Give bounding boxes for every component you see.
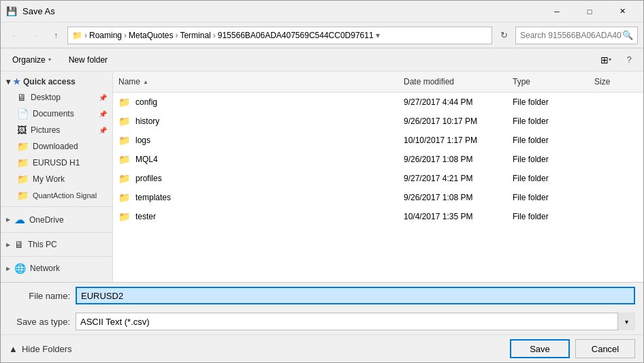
table-row[interactable]: 📁 logs 10/10/2017 1:17 PM File folder xyxy=(113,131,643,150)
documents-icon: 📄 xyxy=(17,108,29,119)
sidebar-item-documents[interactable]: 📄 Documents 📌 xyxy=(1,106,112,122)
help-button[interactable]: ? xyxy=(620,51,638,69)
sidebar-item-onedrive[interactable]: ▶ ☁ OneDrive xyxy=(1,210,112,230)
cancel-button[interactable]: Cancel xyxy=(575,339,635,358)
filename-row: File name: xyxy=(1,283,643,309)
breadcrumb-roaming[interactable]: Roaming xyxy=(89,31,122,40)
col-header-name[interactable]: Name ▲ xyxy=(113,74,398,89)
table-row[interactable]: 📁 MQL4 9/26/2017 1:08 PM File folder xyxy=(113,150,643,169)
breadcrumb-folder-icon: 📁 xyxy=(72,31,82,40)
breadcrumb[interactable]: 📁 › Roaming › MetaQuotes › Terminal › 91… xyxy=(67,27,492,44)
close-button[interactable]: ✕ xyxy=(607,1,638,22)
folder-icon: 📁 xyxy=(118,135,130,146)
quick-access-star: ★ xyxy=(13,77,20,86)
mywork-icon: 📁 xyxy=(17,174,29,185)
network-label: Network xyxy=(30,264,60,273)
refresh-button[interactable]: ↻ xyxy=(495,27,513,44)
breadcrumb-metaquotes[interactable]: MetaQuotes xyxy=(129,31,173,40)
file-name: MQL4 xyxy=(135,155,158,164)
file-date-cell: 9/26/2017 1:08 PM xyxy=(398,155,507,164)
quick-access-header[interactable]: ▾ ★ Quick access xyxy=(1,74,112,89)
table-row[interactable]: 📁 profiles 9/27/2017 4:21 PM File folder xyxy=(113,169,643,188)
col-name-label: Name xyxy=(118,77,140,86)
save-label: Save xyxy=(530,344,550,354)
sidebar-item-eurusd[interactable]: 📁 EURUSD H1 xyxy=(1,155,112,171)
breadcrumb-id[interactable]: 915566BA06ADA407569C544CC0D97611 xyxy=(218,31,374,40)
organize-button[interactable]: Organize ▾ xyxy=(6,51,57,69)
maximize-button[interactable]: □ xyxy=(574,1,605,22)
saveas-select[interactable]: ASCII Text (*.csv)CSV (*.csv)Text (*.txt… xyxy=(76,313,635,330)
back-button[interactable]: ← xyxy=(6,27,24,44)
pictures-icon: 🖼 xyxy=(17,125,27,136)
file-list-header: Name ▲ Date modified Type Size xyxy=(113,72,643,93)
table-row[interactable]: 📁 tester 10/4/2017 1:35 PM File folder xyxy=(113,207,643,226)
hide-folders-button[interactable]: ▲ Hide Folders xyxy=(9,344,72,354)
bottom-section: File name: Save as type: ASCII Text (*.c… xyxy=(1,282,643,362)
file-type-cell: File folder xyxy=(507,212,589,221)
sidebar-item-quantaction[interactable]: 📁 QuantAction Signal xyxy=(1,187,112,204)
saveas-label: Save as type: xyxy=(9,317,70,327)
eurusd-icon: 📁 xyxy=(17,157,29,168)
cancel-label: Cancel xyxy=(592,344,619,354)
filename-label: File name: xyxy=(9,291,70,301)
view-arrow: ▾ xyxy=(609,57,611,63)
quick-access-chevron: ▾ xyxy=(6,77,10,86)
new-folder-button[interactable]: New folder xyxy=(63,51,114,69)
sidebar-item-mywork[interactable]: 📁 My Work xyxy=(1,171,112,187)
desktop-icon: 🖥 xyxy=(17,92,27,103)
sidebar-item-network[interactable]: ▶ 🌐 Network xyxy=(1,259,112,277)
hide-folders-label: Hide Folders xyxy=(22,344,72,354)
sidebar-item-thispc[interactable]: ▶ 🖥 This PC xyxy=(1,236,112,253)
col-size-label: Size xyxy=(594,77,610,86)
breadcrumb-terminal[interactable]: Terminal xyxy=(180,31,210,40)
search-input[interactable] xyxy=(520,31,622,40)
thispc-label: This PC xyxy=(28,240,57,249)
organize-arrow: ▾ xyxy=(48,57,51,63)
col-header-date[interactable]: Date modified xyxy=(398,74,507,89)
thispc-chevron: ▶ xyxy=(6,242,10,248)
filename-input[interactable] xyxy=(76,287,635,304)
window-controls: ─ □ ✕ xyxy=(541,1,638,22)
save-as-dialog: 💾 Save As ─ □ ✕ ← → ↑ 📁 › Roaming › Meta… xyxy=(0,0,644,363)
toolbar: Organize ▾ New folder ⊞ ▾ ? xyxy=(1,48,643,72)
search-icon: 🔍 xyxy=(622,30,633,40)
pictures-label: Pictures xyxy=(31,125,60,135)
file-name-cell: 📁 logs xyxy=(113,135,398,146)
table-row[interactable]: 📁 history 9/26/2017 10:17 PM File folder xyxy=(113,112,643,131)
folder-icon: 📁 xyxy=(118,192,130,203)
table-row[interactable]: 📁 config 9/27/2017 4:44 PM File folder xyxy=(113,93,643,112)
file-list-container: Name ▲ Date modified Type Size 📁 config xyxy=(113,72,643,282)
col-date-label: Date modified xyxy=(404,77,454,86)
network-chevron: ▶ xyxy=(6,266,10,272)
onedrive-icon: ☁ xyxy=(14,213,25,226)
view-button[interactable]: ⊞ ▾ xyxy=(597,51,615,69)
save-button[interactable]: Save xyxy=(510,339,570,358)
sidebar-item-downloaded[interactable]: 📁 Downloaded xyxy=(1,138,112,155)
file-type-cell: File folder xyxy=(507,97,589,107)
eurusd-label: EURUSD H1 xyxy=(33,158,80,168)
col-type-label: Type xyxy=(513,77,530,86)
downloaded-label: Downloaded xyxy=(33,142,78,151)
file-name-cell: 📁 profiles xyxy=(113,173,398,184)
sort-arrow: ▲ xyxy=(143,79,148,85)
file-type-cell: File folder xyxy=(507,155,589,164)
sidebar-item-desktop[interactable]: 🖥 Desktop 📌 xyxy=(1,89,112,106)
col-header-size[interactable]: Size xyxy=(589,74,643,89)
file-name: history xyxy=(135,116,159,126)
up-button[interactable]: ↑ xyxy=(47,27,65,44)
folder-icon: 📁 xyxy=(118,173,130,184)
file-date-cell: 9/27/2017 4:21 PM xyxy=(398,174,507,183)
network-icon: 🌐 xyxy=(14,263,26,274)
sidebar-item-pictures[interactable]: 🖼 Pictures 📌 xyxy=(1,122,112,138)
col-header-type[interactable]: Type xyxy=(507,74,589,89)
documents-pin: 📌 xyxy=(99,110,107,118)
thispc-icon: 🖥 xyxy=(14,239,24,250)
minimize-button[interactable]: ─ xyxy=(541,1,573,22)
desktop-label: Desktop xyxy=(31,93,61,102)
file-name: logs xyxy=(135,136,150,145)
button-row: ▲ Hide Folders Save Cancel xyxy=(1,334,643,362)
table-row[interactable]: 📁 templates 9/26/2017 1:08 PM File folde… xyxy=(113,188,643,207)
view-icon: ⊞ xyxy=(600,54,609,65)
forward-button[interactable]: → xyxy=(27,27,44,44)
file-list: 📁 config 9/27/2017 4:44 PM File folder 📁… xyxy=(113,93,643,282)
